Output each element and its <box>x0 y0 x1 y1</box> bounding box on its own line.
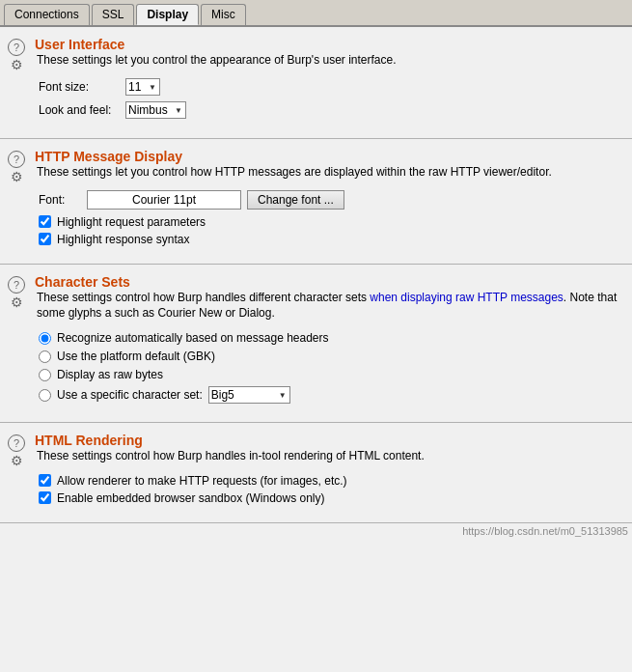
main-content: ? ⚙ User Interface These settings let yo… <box>0 27 632 539</box>
font-size-row: Font size: 9 10 11 12 13 14 <box>39 78 397 96</box>
radio-raw[interactable] <box>39 369 51 381</box>
tab-display[interactable]: Display <box>136 4 199 25</box>
html-rendering-title: HTML Rendering <box>35 433 624 448</box>
tab-ssl[interactable]: SSL <box>92 4 135 25</box>
allow-renderer-checkbox[interactable] <box>39 474 51 487</box>
character-sets-title: Character Sets <box>35 274 624 290</box>
look-feel-select[interactable]: Nimbus Metal System <box>125 101 186 119</box>
font-label: Font: <box>39 193 87 207</box>
charset-select[interactable]: Big5 UTF-8 GBK ISO-8859-1 <box>208 386 290 404</box>
character-sets-desc: These settings control how Burp handles … <box>37 290 624 322</box>
radio-specific-label: Use a specific character set: <box>57 388 203 402</box>
character-sets-gear-icon[interactable]: ⚙ <box>8 294 25 311</box>
font-value: Courier 11pt <box>87 190 241 210</box>
charset-select-wrapper: Big5 UTF-8 GBK ISO-8859-1 <box>208 386 290 404</box>
http-message-gear-icon[interactable]: ⚙ <box>8 168 25 185</box>
enable-sandbox-label: Enable embedded browser sandbox (Windows… <box>57 491 324 505</box>
look-feel-label: Look and feel: <box>39 103 125 117</box>
character-sets-help-icon[interactable]: ? <box>8 276 25 294</box>
radio-platform[interactable] <box>39 350 51 363</box>
html-rendering-help-icon[interactable]: ? <box>8 434 25 452</box>
enable-sandbox-checkbox[interactable] <box>39 491 51 504</box>
user-interface-help-icon[interactable]: ? <box>8 39 25 56</box>
font-size-select[interactable]: 9 10 11 12 13 14 <box>125 78 160 96</box>
radio-platform-label: Use the platform default (GBK) <box>57 350 215 363</box>
tab-bar: Connections SSL Display Misc <box>0 0 632 27</box>
radio-auto-label: Recognize automatically based on message… <box>57 331 329 345</box>
character-sets-section: ? ⚙ Character Sets These settings contro… <box>0 265 632 424</box>
highlight-request-label: Highlight request parameters <box>57 215 206 229</box>
user-interface-title: User Interface <box>35 37 397 52</box>
radio-raw-label: Display as raw bytes <box>57 368 163 381</box>
html-rendering-gear-icon[interactable]: ⚙ <box>8 452 25 469</box>
html-rendering-desc: These settings control how Burp handles … <box>37 448 624 464</box>
tab-connections[interactable]: Connections <box>4 4 90 25</box>
highlight-response-row: Highlight response syntax <box>39 233 624 246</box>
radio-specific-row: Use a specific character set: Big5 UTF-8… <box>39 386 624 404</box>
watermark: https://blog.csdn.net/m0_51313985 <box>0 523 632 539</box>
radio-auto[interactable] <box>39 332 51 345</box>
allow-renderer-label: Allow renderer to make HTTP requests (fo… <box>57 474 347 488</box>
font-row: Font: Courier 11pt Change font ... <box>39 190 624 210</box>
tab-misc[interactable]: Misc <box>201 4 246 25</box>
radio-specific[interactable] <box>39 389 51 402</box>
allow-renderer-row: Allow renderer to make HTTP requests (fo… <box>39 474 624 488</box>
http-message-help-icon[interactable]: ? <box>8 151 25 168</box>
look-feel-row: Look and feel: Nimbus Metal System <box>39 101 397 119</box>
http-message-section: ? ⚙ HTTP Message Display These settings … <box>0 139 632 265</box>
html-rendering-section: ? ⚙ HTML Rendering These settings contro… <box>0 423 632 523</box>
radio-platform-row: Use the platform default (GBK) <box>39 350 624 363</box>
font-size-label: Font size: <box>39 80 125 94</box>
user-interface-desc: These settings let you control the appea… <box>37 52 397 69</box>
http-message-desc: These settings let you control how HTTP … <box>37 164 624 181</box>
highlight-request-row: Highlight request parameters <box>39 215 624 229</box>
user-interface-section: ? ⚙ User Interface These settings let yo… <box>0 27 632 139</box>
radio-raw-row: Display as raw bytes <box>39 368 624 381</box>
highlight-request-checkbox[interactable] <box>39 215 51 228</box>
highlight-response-label: Highlight response syntax <box>57 233 189 246</box>
radio-auto-row: Recognize automatically based on message… <box>39 331 624 345</box>
user-interface-gear-icon[interactable]: ⚙ <box>8 56 25 73</box>
http-message-title: HTTP Message Display <box>35 149 624 164</box>
highlight-response-checkbox[interactable] <box>39 233 51 245</box>
enable-sandbox-row: Enable embedded browser sandbox (Windows… <box>39 491 624 505</box>
character-sets-desc-link: when displaying raw HTTP messages <box>370 291 563 304</box>
change-font-button[interactable]: Change font ... <box>247 190 344 210</box>
font-size-select-wrapper: 9 10 11 12 13 14 <box>125 78 160 96</box>
character-sets-desc-text: These settings control how Burp handles … <box>37 291 370 304</box>
look-feel-select-wrapper: Nimbus Metal System <box>125 101 186 119</box>
